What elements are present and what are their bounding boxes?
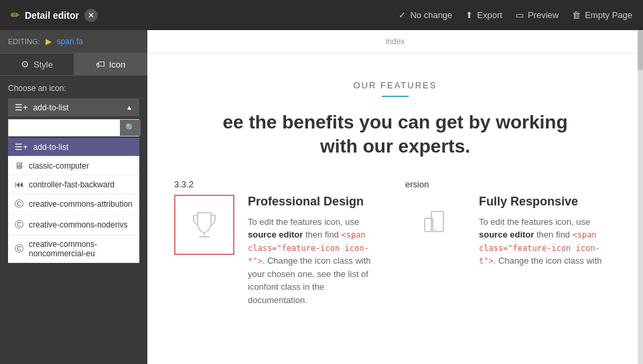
list-item[interactable]: Ⓒ creative-commons-noderivs [8,215,139,236]
list-item-label: creative-commons-noderivs [29,220,127,230]
features-underline [382,96,409,97]
list-item-label: creative-commons-attribution [29,199,133,209]
logo-icon: ✏ [11,9,19,21]
export-action[interactable]: ⬆ Export [466,10,502,20]
card-text-professional: Professional Design To edit the features… [248,195,385,307]
topbar: ✏ Detail editor ✕ ✓ No change ⬆ Export ▭… [0,0,643,30]
feature-cards: 3.3.2 [174,179,616,307]
card-description-responsive: To edit the features icon, use source ed… [479,215,616,268]
icon-list: ☰+ add-to-list 🖥 classic-computer ⏮ cont… [8,138,139,263]
preview-icon: ▭ [516,10,524,20]
creative-commons-attribution-icon: Ⓒ [15,198,23,210]
list-item-label: controller-fast-backward [29,180,115,189]
preview-label: Preview [528,10,559,20]
empty-page-label: Empty Page [585,10,632,20]
sidebar: EDITING: ▶ span.fa ⚙ Style 🏷 Icon Choose… [0,30,147,364]
preview-action[interactable]: ▭ Preview [516,10,559,20]
creative-commons-noncommercial-eu-icon: Ⓒ [15,243,23,255]
search-icon: 🔍 [125,123,135,132]
feature-card-responsive: ersion Fully Respo [405,179,616,307]
version-label: 3.3.2 [174,179,385,189]
app-title: Detail editor [25,10,79,21]
trophy-icon [188,209,220,241]
phone-icon [419,209,451,241]
scrollbar-track[interactable] [638,30,643,364]
add-to-list-icon: ☰+ [15,142,28,152]
content-inner: OUR FEATURES ee the benefits you can get… [147,54,643,333]
editing-label: EDITING: [8,37,40,46]
dropdown-trigger-left: ☰+ add-to-list [15,102,68,112]
content-area: index OUR FEATURES ee the benefits you c… [147,30,643,364]
tab-icon[interactable]: 🏷 Icon [74,54,147,75]
list-item[interactable]: ⏮ controller-fast-backward [8,175,139,194]
main-layout: EDITING: ▶ span.fa ⚙ Style 🏷 Icon Choose… [0,30,643,364]
icon-chooser: Choose an icon: ☰+ add-to-list ▲ 🔍 ☰+ ad… [0,76,147,271]
card-title-professional: Professional Design [248,195,385,209]
editing-bar: EDITING: ▶ span.fa [0,30,147,54]
export-label: Export [477,10,502,20]
editing-arrow-icon: ▶ [46,37,52,46]
list-item[interactable]: Ⓒ creative-commons-attribution [8,194,139,215]
classic-computer-icon: 🖥 [15,161,23,171]
features-title: OUR FEATURES [174,80,616,90]
tab-style[interactable]: ⚙ Style [0,54,74,75]
bold-source-editor: source editor [248,230,303,240]
checkmark-icon: ✓ [399,10,406,20]
list-item[interactable]: ☰+ add-to-list [8,138,139,157]
feature-card-professional: 3.3.2 [174,179,385,307]
list-item-label: classic-computer [29,161,89,171]
close-icon: ✕ [88,11,94,20]
list-item-label: creative-commons-noncommercial-eu [29,240,133,258]
trash-icon: 🗑 [572,10,581,20]
card-description-professional: To edit the features icon, use source ed… [248,215,385,307]
features-heading: ee the benefits you can get by workingwi… [174,110,616,159]
caret-icon: ▲ [126,104,133,111]
icon-search-input[interactable] [9,120,120,136]
sidebar-tabs: ⚙ Style 🏷 Icon [0,54,147,76]
index-nav: index [147,30,643,54]
no-change-action[interactable]: ✓ No change [399,10,452,20]
tag-icon: 🏷 [96,59,105,70]
card-icon-responsive [405,195,466,255]
empty-page-action[interactable]: 🗑 Empty Page [572,10,632,20]
icon-search-button[interactable]: 🔍 [120,120,141,136]
grid-plus-icon: ☰+ [15,102,28,112]
export-icon: ⬆ [466,10,473,20]
close-button[interactable]: ✕ [84,9,98,22]
dropdown-value: add-to-list [33,103,69,112]
scrollbar-thumb[interactable] [638,30,643,70]
topbar-left: ✏ Detail editor ✕ [11,9,98,22]
card-text-responsive: Fully Responsive To edit the features ic… [479,195,616,268]
list-item[interactable]: Ⓒ creative-commons-noncommercial-eu [8,236,139,263]
chooser-label: Choose an icon: [8,84,139,93]
card-icon-professional [174,195,234,255]
list-item-label: add-to-list [33,143,69,152]
card-title-responsive: Fully Responsive [479,195,616,209]
creative-commons-noderivs-icon: Ⓒ [15,219,23,231]
style-icon: ⚙ [21,59,29,70]
tab-icon-label: Icon [109,60,126,70]
no-change-label: No change [410,10,452,20]
controller-fast-backward-icon: ⏮ [15,179,23,189]
list-item[interactable]: 🖥 classic-computer [8,157,139,175]
icon-dropdown-trigger[interactable]: ☰+ add-to-list ▲ [8,98,139,116]
tab-style-label: Style [33,60,53,70]
topbar-actions: ✓ No change ⬆ Export ▭ Preview 🗑 Empty P… [399,10,632,20]
editing-value: span.fa [57,37,83,46]
features-section: OUR FEATURES ee the benefits you can get… [174,67,616,320]
bold-source-editor-2: source editor [479,230,534,240]
icon-search-wrapper: 🔍 [8,119,139,136]
version-label-2: ersion [405,179,616,189]
